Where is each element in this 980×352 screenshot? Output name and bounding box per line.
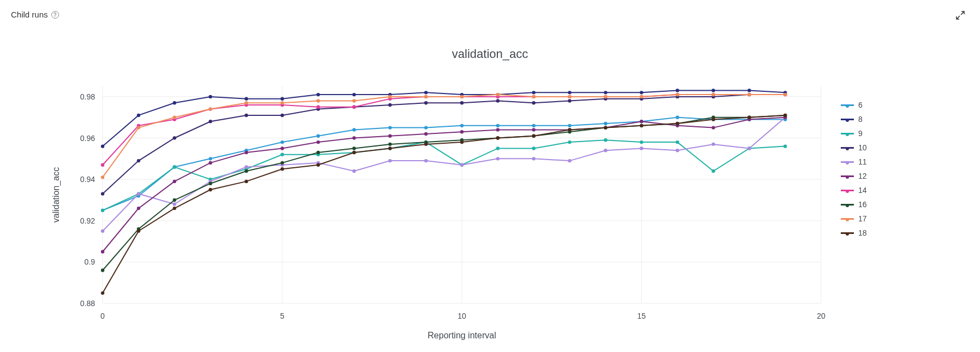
series-dot-8[interactable] <box>173 101 176 104</box>
series-dot-18[interactable] <box>568 128 571 131</box>
series-dot-18[interactable] <box>209 188 212 191</box>
series-line-11[interactable] <box>103 118 785 231</box>
series-dot-17[interactable] <box>317 99 320 102</box>
series-dot-8[interactable] <box>711 89 715 92</box>
series-dot-11[interactable] <box>173 202 176 206</box>
series-dot-18[interactable] <box>173 207 176 210</box>
series-dot-14[interactable] <box>317 105 320 109</box>
series-dot-10[interactable] <box>388 103 391 107</box>
series-dot-12[interactable] <box>640 120 643 123</box>
series-dot-12[interactable] <box>388 134 391 138</box>
series-dot-9[interactable] <box>532 146 535 150</box>
series-dot-11[interactable] <box>640 146 643 150</box>
series-dot-18[interactable] <box>101 291 104 295</box>
series-dot-14[interactable] <box>352 105 355 109</box>
series-dot-12[interactable] <box>245 151 248 154</box>
series-dot-6[interactable] <box>209 157 212 160</box>
series-dot-18[interactable] <box>640 124 643 127</box>
series-dot-11[interactable] <box>568 159 571 162</box>
series-dot-18[interactable] <box>388 146 391 150</box>
series-dot-8[interactable] <box>676 89 679 92</box>
series-line-18[interactable] <box>103 115 785 293</box>
series-dot-16[interactable] <box>101 268 104 272</box>
series-dot-17[interactable] <box>460 95 464 98</box>
series-dot-16[interactable] <box>281 161 284 165</box>
legend-item-17[interactable]: 17 <box>841 214 867 223</box>
series-dot-12[interactable] <box>460 130 464 133</box>
series-dot-12[interactable] <box>101 250 104 253</box>
series-dot-6[interactable] <box>352 128 355 131</box>
series-dot-17[interactable] <box>747 93 751 96</box>
series-dot-11[interactable] <box>101 229 104 232</box>
series-dot-9[interactable] <box>604 138 607 142</box>
series-dot-8[interactable] <box>281 97 284 100</box>
series-dot-18[interactable] <box>317 163 320 166</box>
series-dot-9[interactable] <box>711 169 715 173</box>
series-dot-11[interactable] <box>460 163 464 166</box>
series-dot-9[interactable] <box>173 165 176 168</box>
legend-item-9[interactable]: 9 <box>841 129 867 138</box>
series-dot-10[interactable] <box>568 99 571 102</box>
series-dot-11[interactable] <box>711 143 715 146</box>
series-dot-12[interactable] <box>711 126 715 129</box>
series-dot-12[interactable] <box>424 132 427 136</box>
series-dot-17[interactable] <box>173 116 176 119</box>
series-dot-17[interactable] <box>640 95 643 98</box>
series-dot-9[interactable] <box>496 146 500 150</box>
series-dot-18[interactable] <box>532 134 535 138</box>
plot-area[interactable]: 0.880.90.920.940.960.9805101520Reporting… <box>0 0 980 352</box>
series-line-14[interactable] <box>103 95 785 165</box>
series-dot-16[interactable] <box>209 182 212 185</box>
series-dot-11[interactable] <box>676 149 679 152</box>
series-dot-12[interactable] <box>137 207 140 210</box>
series-dot-17[interactable] <box>352 99 355 102</box>
series-line-17[interactable] <box>103 95 785 177</box>
series-dot-6[interactable] <box>604 122 607 125</box>
series-dot-18[interactable] <box>424 143 427 146</box>
series-dot-17[interactable] <box>424 95 427 98</box>
series-dot-6[interactable] <box>388 126 391 129</box>
series-dot-9[interactable] <box>676 140 679 144</box>
series-dot-17[interactable] <box>783 93 787 96</box>
series-dot-12[interactable] <box>352 136 355 139</box>
series-dot-8[interactable] <box>424 91 427 94</box>
series-dot-17[interactable] <box>604 95 607 98</box>
series-dot-10[interactable] <box>424 101 427 104</box>
series-dot-18[interactable] <box>747 116 751 119</box>
series-dot-11[interactable] <box>388 159 391 162</box>
series-dot-10[interactable] <box>101 192 104 195</box>
series-dot-10[interactable] <box>209 120 212 123</box>
series-dot-18[interactable] <box>604 126 607 129</box>
series-dot-9[interactable] <box>640 140 643 144</box>
series-dot-6[interactable] <box>676 116 679 119</box>
series-dot-18[interactable] <box>460 140 464 144</box>
series-dot-17[interactable] <box>388 95 391 98</box>
series-dot-12[interactable] <box>532 128 535 131</box>
series-dot-8[interactable] <box>640 91 643 94</box>
series-dot-17[interactable] <box>101 175 104 179</box>
series-dot-11[interactable] <box>747 146 751 150</box>
series-dot-6[interactable] <box>424 126 427 129</box>
legend-item-14[interactable]: 14 <box>841 186 867 195</box>
series-dot-8[interactable] <box>101 144 104 148</box>
series-dot-6[interactable] <box>281 140 284 144</box>
series-dot-8[interactable] <box>245 97 248 100</box>
series-dot-17[interactable] <box>245 101 248 104</box>
series-dot-11[interactable] <box>245 165 248 168</box>
legend-item-11[interactable]: 11 <box>841 157 867 166</box>
series-dot-8[interactable] <box>568 91 571 94</box>
series-dot-18[interactable] <box>245 180 248 183</box>
series-dot-8[interactable] <box>747 89 751 92</box>
legend-item-12[interactable]: 12 <box>841 172 867 180</box>
series-line-9[interactable] <box>103 140 785 210</box>
series-dot-17[interactable] <box>496 93 500 96</box>
series-dot-10[interactable] <box>281 114 284 117</box>
series-dot-10[interactable] <box>245 114 248 117</box>
series-dot-14[interactable] <box>101 163 104 166</box>
series-dot-10[interactable] <box>137 159 140 162</box>
series-dot-16[interactable] <box>352 146 355 150</box>
series-dot-16[interactable] <box>317 151 320 154</box>
series-dot-16[interactable] <box>388 143 391 146</box>
series-dot-17[interactable] <box>532 95 535 98</box>
series-dot-12[interactable] <box>281 146 284 150</box>
